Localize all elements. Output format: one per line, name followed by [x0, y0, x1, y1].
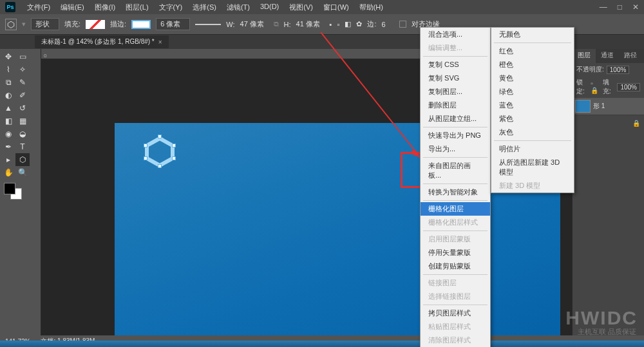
transform-handle[interactable] — [144, 144, 147, 147]
lock-all-icon[interactable]: 🔒 — [632, 120, 640, 127]
os-taskbar[interactable] — [0, 341, 644, 347]
magic-wand-tool[interactable]: ✧ — [15, 63, 30, 76]
polygon-shape[interactable] — [144, 136, 176, 168]
ruler-zero-label: 0 — [44, 53, 46, 59]
sides-input[interactable]: 6 — [381, 21, 394, 28]
submenu-yellow[interactable]: 黄色 — [491, 71, 574, 85]
svg-marker-0 — [8, 21, 14, 28]
menu-image[interactable]: 图像(I) — [90, 3, 120, 12]
link-wh-icon[interactable]: ⧉ — [274, 20, 279, 28]
stroke-swatch[interactable] — [131, 20, 151, 29]
ctx-select-linked: 选择链接图层 — [421, 290, 490, 303]
path-selection-tool[interactable]: ▸ — [1, 153, 15, 166]
blur-tool[interactable]: ◉ — [1, 127, 15, 140]
align-edges-checkbox[interactable] — [399, 21, 406, 28]
stroke-width-input[interactable]: 6 像素 — [156, 18, 190, 30]
menu-filter[interactable]: 滤镜(T) — [222, 3, 255, 12]
settings-gear-icon[interactable]: ✿ — [356, 20, 362, 28]
transform-handle[interactable] — [172, 144, 176, 147]
opacity-input[interactable]: 100% — [607, 66, 630, 74]
move-tool[interactable]: ✥ — [1, 50, 15, 63]
menu-edit[interactable]: 编辑(E) — [55, 3, 90, 12]
height-input[interactable]: 41 像素 — [296, 19, 325, 29]
layer-name-label[interactable]: 形 1 — [593, 102, 605, 111]
submenu-new-3d-from-layer[interactable]: 从所选图层新建 3D 模型 — [491, 156, 574, 179]
type-tool[interactable]: T — [15, 140, 30, 153]
polygon-tool[interactable]: ⬡ — [15, 153, 30, 166]
submenu-green[interactable]: 绿色 — [491, 85, 574, 98]
menu-type[interactable]: 文字(Y) — [154, 3, 188, 12]
menu-help[interactable]: 帮助(H) — [354, 3, 388, 12]
path-operations-icon[interactable]: ▪ — [330, 21, 332, 28]
ctx-duplicate-layer[interactable]: 复制图层... — [421, 85, 490, 98]
submenu-blue[interactable]: 蓝色 — [491, 98, 574, 112]
eyedropper-tool[interactable]: ✎ — [15, 76, 30, 89]
ctx-disable-vector-mask[interactable]: 停用矢量蒙版 — [421, 246, 490, 259]
document-tab-close[interactable]: × — [158, 39, 162, 46]
shape-mode-dropdown[interactable]: 形状 — [31, 18, 59, 30]
transform-handle[interactable] — [172, 156, 176, 160]
menu-window[interactable]: 窗口(W) — [318, 3, 354, 12]
stroke-style-picker[interactable] — [195, 24, 221, 25]
ctx-copy-layer-style[interactable]: 拷贝图层样式 — [421, 306, 490, 320]
gradient-tool[interactable]: ▦ — [15, 115, 30, 127]
menu-file[interactable]: 文件(F) — [22, 3, 55, 12]
transform-handle[interactable] — [144, 156, 147, 160]
lock-icons[interactable]: ▫ 🔒 — [591, 80, 600, 94]
submenu-orange[interactable]: 橙色 — [491, 58, 574, 71]
ctx-copy-css[interactable]: 复制 CSS — [421, 58, 490, 71]
dodge-tool[interactable]: ◒ — [15, 127, 30, 140]
submenu-gray[interactable]: 灰色 — [491, 126, 574, 139]
path-arrange-icon[interactable]: ◧ — [345, 20, 351, 28]
pen-tool[interactable]: ✒ — [1, 140, 15, 153]
minimize-button[interactable]: — — [600, 3, 607, 12]
zoom-tool[interactable]: 🔍 — [15, 166, 30, 179]
ctx-group-from-layers[interactable]: 从图层建立组... — [421, 112, 490, 126]
ctx-artboard-from-layers[interactable]: 来自图层的画板... — [421, 159, 490, 182]
layer-thumbnail[interactable] — [575, 100, 591, 113]
rectangle-marquee-tool[interactable]: ▭ — [15, 50, 30, 63]
layers-panel-tab[interactable]: 图层 — [573, 49, 596, 63]
submenu-purple[interactable]: 紫色 — [491, 112, 574, 126]
color-swatches[interactable] — [1, 183, 30, 202]
ctx-create-clipping-mask[interactable]: 创建剪贴蒙版 — [421, 259, 490, 273]
ctx-convert-smart-object[interactable]: 转换为智能对象 — [421, 185, 490, 199]
path-align-icon[interactable]: ▫ — [337, 21, 339, 28]
crop-tool[interactable]: ⧉ — [1, 76, 15, 89]
vertical-ruler[interactable] — [31, 49, 41, 335]
ctx-delete-layer[interactable]: 删除图层 — [421, 98, 490, 112]
ctx-blend-options[interactable]: 混合选项... — [421, 28, 490, 41]
hand-tool[interactable]: ✋ — [1, 166, 15, 179]
foreground-color-swatch[interactable] — [4, 183, 15, 194]
ctx-quick-export-png[interactable]: 快速导出为 PNG — [421, 129, 490, 142]
submenu-no-color[interactable]: 无颜色 — [491, 28, 574, 41]
hexagon-icon — [7, 21, 15, 28]
menu-3d[interactable]: 3D(D) — [255, 3, 284, 12]
lasso-tool[interactable]: ⌇ — [1, 63, 15, 76]
menu-layer[interactable]: 图层(L) — [120, 3, 153, 12]
channels-panel-tab[interactable]: 通道 — [596, 49, 619, 63]
paths-panel-tab[interactable]: 路径 — [619, 49, 642, 63]
menu-select[interactable]: 选择(S) — [187, 3, 222, 12]
submenu-postcard[interactable]: 明信片 — [491, 142, 574, 156]
submenu-red[interactable]: 红色 — [491, 44, 574, 58]
ctx-copy-svg[interactable]: 复制 SVG — [421, 71, 490, 85]
maximize-button[interactable]: □ — [618, 3, 622, 12]
close-button[interactable]: ✕ — [632, 3, 639, 12]
brush-tool[interactable]: ✐ — [15, 89, 30, 102]
transform-handle[interactable] — [158, 135, 162, 138]
ctx-export-as[interactable]: 导出为... — [421, 142, 490, 156]
fill-swatch[interactable] — [86, 20, 105, 29]
fill-opacity-input[interactable]: 100% — [617, 83, 640, 91]
clone-stamp-tool[interactable]: ▲ — [1, 102, 15, 115]
layer-row[interactable]: 形 1 — [573, 98, 644, 115]
transform-handle[interactable] — [158, 164, 162, 168]
tool-preset-picker[interactable] — [5, 19, 17, 30]
eraser-tool[interactable]: ◧ — [1, 115, 15, 127]
menu-view[interactable]: 视图(V) — [284, 3, 318, 12]
document-tab[interactable]: 未标题-1 @ 142% (多边形 1, RGB/8#) * × — [35, 35, 169, 48]
healing-brush-tool[interactable]: ◐ — [1, 89, 15, 102]
width-input[interactable]: 47 像素 — [240, 19, 269, 29]
history-brush-tool[interactable]: ↺ — [15, 102, 30, 115]
ctx-rasterize-layer[interactable]: 栅格化图层 — [421, 202, 490, 216]
